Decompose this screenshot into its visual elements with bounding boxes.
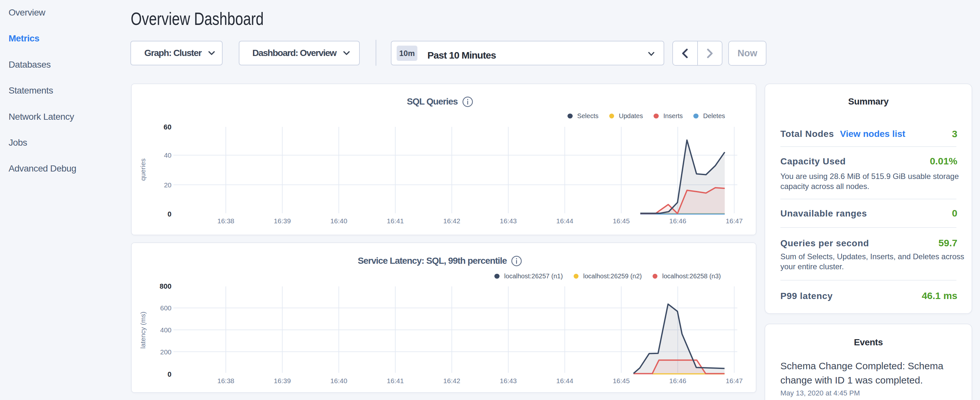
svg-text:40: 40 (164, 151, 172, 159)
svg-text:16:42: 16:42 (443, 217, 460, 225)
svg-text:16:47: 16:47 (726, 377, 743, 384)
svg-text:200: 200 (160, 348, 172, 356)
svg-text:60: 60 (164, 123, 172, 131)
svg-text:16:45: 16:45 (613, 217, 630, 225)
svg-text:16:44: 16:44 (556, 377, 573, 384)
svg-text:16:46: 16:46 (670, 217, 687, 225)
svg-text:0: 0 (168, 210, 172, 218)
svg-text:16:45: 16:45 (613, 377, 630, 384)
svg-text:16:47: 16:47 (726, 217, 743, 225)
svg-text:400: 400 (160, 326, 172, 334)
svg-text:16:43: 16:43 (500, 377, 517, 384)
svg-text:16:38: 16:38 (217, 217, 235, 225)
svg-text:queries: queries (139, 159, 146, 181)
svg-text:16:43: 16:43 (500, 217, 517, 225)
svg-text:16:39: 16:39 (274, 377, 291, 384)
svg-text:16:38: 16:38 (217, 377, 235, 384)
svg-text:16:40: 16:40 (330, 217, 347, 225)
svg-text:16:44: 16:44 (556, 217, 573, 225)
svg-text:16:46: 16:46 (670, 377, 687, 384)
svg-text:600: 600 (160, 304, 172, 312)
svg-text:20: 20 (164, 181, 172, 189)
svg-text:800: 800 (159, 282, 172, 290)
svg-text:16:41: 16:41 (387, 377, 404, 384)
svg-text:16:39: 16:39 (274, 217, 291, 225)
svg-text:16:42: 16:42 (443, 377, 460, 384)
svg-text:16:40: 16:40 (330, 377, 347, 384)
svg-text:latency (ms): latency (ms) (139, 312, 146, 349)
svg-text:0: 0 (168, 370, 172, 378)
svg-text:16:41: 16:41 (387, 217, 404, 225)
